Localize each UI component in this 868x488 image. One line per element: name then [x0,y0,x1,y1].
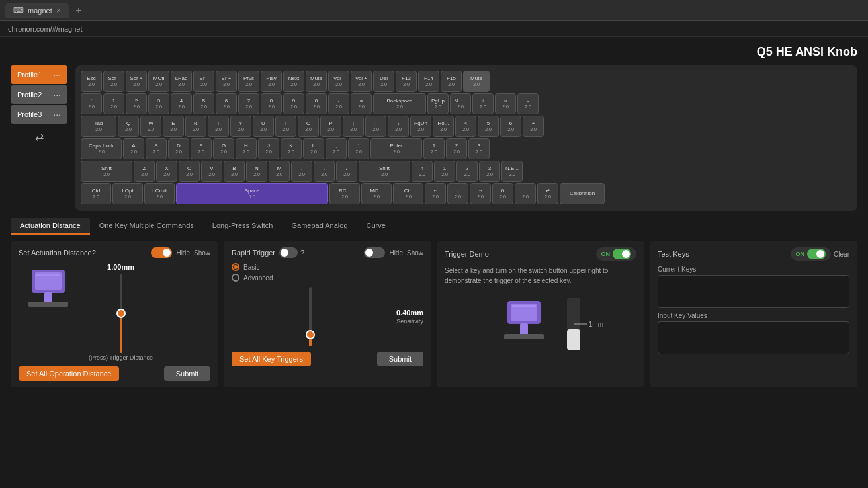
key-mute[interactable]: Mute2.0 [306,71,327,92]
actuation-slider[interactable] [120,274,122,353]
key-backslash[interactable]: \2.0 [388,116,409,137]
rapid-trigger-hide-toggle[interactable] [364,247,385,258]
key-lopt[interactable]: LOpt2.0 [112,183,143,204]
key-num0[interactable]: 02.0 [492,183,513,204]
profile3-dots-icon[interactable]: ··· [53,109,61,120]
profile3-button[interactable]: Profile3 ··· [11,105,67,124]
key-nl[interactable]: N.L...2.0 [450,93,471,114]
key-4[interactable]: 42.0 [171,93,192,114]
key-ctrl-right[interactable]: Ctrl2.0 [393,183,423,204]
key-del[interactable]: Del2.0 [373,71,394,92]
key-w[interactable]: W2.0 [140,116,161,137]
profile1-dots-icon[interactable]: ··· [53,69,61,80]
trigger-demo-toggle-switch[interactable] [613,249,631,259]
key-numdash[interactable]: -2.0 [517,93,539,114]
key-5[interactable]: 52.0 [193,93,214,114]
set-all-key-triggers-button[interactable]: Set All Key Triggers [232,352,311,366]
key-num2b[interactable]: 22.0 [456,161,478,182]
key-ne[interactable]: N.E...2.0 [501,161,523,182]
current-keys-input[interactable] [658,275,849,308]
key-num1[interactable]: 12.0 [423,138,445,159]
test-keys-toggle-switch[interactable] [807,249,826,259]
set-all-operation-button[interactable]: Set All Operation Distance [19,366,119,381]
key-semicolon[interactable]: ;2.0 [326,138,347,159]
key-vol-plus[interactable]: Vol +2.0 [351,71,372,92]
key-o[interactable]: O2.0 [298,116,319,137]
swap-arrows-icon[interactable]: ⇄ [35,130,44,143]
key-num3[interactable]: 32.0 [468,138,490,159]
key-rcmd[interactable]: RC...2.0 [329,183,360,204]
key-mctl[interactable]: MCtl2.0 [148,71,169,92]
key-l[interactable]: L2.0 [303,138,324,159]
rapid-trigger-info-icon[interactable]: ? [300,249,304,257]
input-values-field[interactable] [658,321,849,354]
radio-basic[interactable]: Basic [232,263,423,271]
key-num5[interactable]: 52.0 [478,116,499,137]
key-m[interactable]: M2.0 [269,161,290,182]
key-f13[interactable]: F132.0 [396,71,417,92]
key-a[interactable]: A2.0 [123,138,144,159]
key-rbracket[interactable]: ]2.0 [365,116,386,137]
key-space[interactable]: Space1.0 [176,183,328,204]
key-t[interactable]: T2.0 [208,116,229,137]
key-arrow-up[interactable]: ↑2.0 [412,161,433,182]
key-numplus[interactable]: +2.0 [472,93,494,114]
key-vol-minus[interactable]: Vol -2.0 [328,71,349,92]
key-b[interactable]: B2.0 [224,161,245,182]
key-num1b[interactable]: 12.0 [434,161,455,182]
test-keys-clear-button[interactable]: Clear [834,251,849,258]
tab-close-icon[interactable]: × [56,5,62,15]
key-tab[interactable]: Tab2.0 [81,116,116,137]
key-ctrl-left[interactable]: Ctrl2.0 [81,183,111,204]
key-prvs[interactable]: Prvs2.0 [238,71,259,92]
key-home[interactable]: Ho...2.0 [433,116,454,137]
key-d[interactable]: D2.0 [168,138,189,159]
key-numx[interactable]: ×2.0 [495,93,516,114]
key-scr-minus[interactable]: Scr -2.0 [103,71,124,92]
profile2-dots-icon[interactable]: ··· [53,89,61,100]
actuation-info-icon[interactable]: ? [92,249,96,257]
key-mo[interactable]: MO...2.0 [361,183,392,204]
key-shift-right[interactable]: Shift2.0 [359,161,410,182]
key-x[interactable]: X2.0 [156,161,177,182]
key-comma[interactable]: ,2.0 [291,161,312,182]
key-num4[interactable]: 42.0 [455,116,476,137]
key-numplus2[interactable]: +2.0 [523,116,544,137]
key-f14[interactable]: F142.0 [418,71,439,92]
key-1[interactable]: 12.0 [103,93,124,114]
key-9[interactable]: 92.0 [283,93,304,114]
radio-advanced[interactable]: Advanced [232,274,423,282]
key-shift-left[interactable]: Shift2.0 [81,161,132,182]
key-0[interactable]: 02.0 [306,93,327,114]
rapid-trigger-submit-button[interactable]: Submit [377,352,423,366]
key-c[interactable]: C2.0 [179,161,200,182]
tab-long-press[interactable]: Long-Press Switch [203,218,282,235]
rapid-trigger-toggle[interactable] [279,247,298,258]
key-pgdn[interactable]: PgDn2.0 [410,116,431,137]
key-slash[interactable]: /2.0 [336,161,357,182]
key-next[interactable]: Next2.0 [283,71,304,92]
key-lcmd[interactable]: LCmd2.0 [144,183,175,204]
calibration-button[interactable]: Calibration [560,183,605,204]
key-v[interactable]: V2.0 [201,161,222,182]
key-n[interactable]: N2.0 [246,161,267,182]
key-j[interactable]: J2.0 [258,138,279,159]
key-numdot[interactable]: .2.0 [515,183,536,204]
key-s[interactable]: S2.0 [146,138,167,159]
key-y[interactable]: Y2.0 [230,116,251,137]
key-r[interactable]: R2.0 [185,116,206,137]
key-u[interactable]: U2.0 [253,116,274,137]
key-g[interactable]: G2.0 [213,138,234,159]
key-capslock[interactable]: Caps Lock2.0 [81,138,122,159]
test-keys-toggle-container[interactable]: ON [791,247,832,261]
key-arrow-down[interactable]: ↓2.0 [447,183,468,204]
new-tab-button[interactable]: + [75,5,81,17]
key-e[interactable]: E2.0 [163,116,184,137]
key-scr-plus[interactable]: Scr +2.0 [126,71,147,92]
key-quote[interactable]: '2.0 [348,138,369,159]
tab-curve[interactable]: Curve [357,218,395,235]
key-enter[interactable]: Enter2.0 [370,138,422,159]
key-num2[interactable]: 22.0 [446,138,467,159]
browser-tab[interactable]: ⌨ magnet × [5,3,69,18]
key-backtick[interactable]: `2.0 [81,93,102,114]
